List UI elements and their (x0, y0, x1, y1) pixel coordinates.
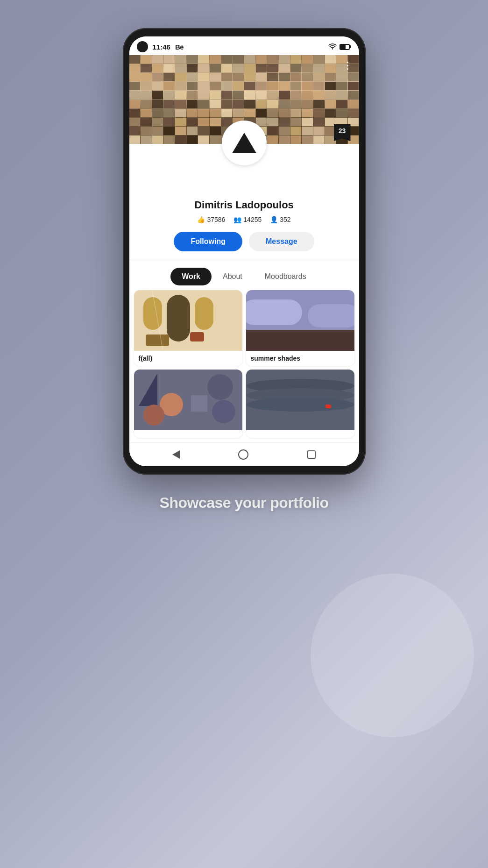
work-label-2: summer shades (246, 351, 354, 366)
avatar-container (222, 121, 267, 165)
work-label-4 (246, 430, 354, 438)
bottom-nav (129, 442, 359, 466)
work-thumbnail-4 (246, 370, 354, 430)
status-time: 11:46 (153, 43, 170, 51)
work-thumbnail-1 (134, 290, 242, 351)
profile-info: Dimitris Ladopoulos 👍 37586 👥 14255 👤 35… (129, 172, 359, 251)
work-card-4[interactable] (246, 370, 354, 438)
phone-shell: 11:46 Bē (123, 28, 366, 475)
avatar-triangle (232, 133, 256, 153)
work-card-1[interactable]: f(all) (134, 290, 242, 366)
profile-section: 23 (129, 144, 359, 172)
work-grid: f(all) summer shades (129, 290, 359, 442)
phone-container: 11:46 Bē (123, 28, 366, 475)
followers-icon: 👥 (233, 216, 241, 223)
following-count: 352 (280, 216, 290, 223)
action-buttons: Following Message (129, 232, 359, 251)
work-label-1: f(all) (134, 351, 242, 366)
phone-screen: 11:46 Bē (129, 36, 359, 466)
nav-back-button[interactable] (172, 450, 180, 459)
tabs-section: Work About Moodboards (129, 260, 359, 290)
more-menu-button[interactable]: ⋮ (343, 60, 353, 71)
showcase-text: Showcase your portfolio (160, 494, 329, 512)
nav-home-button[interactable] (238, 449, 248, 460)
tabs-row: Work About Moodboards (129, 265, 359, 290)
app-name: Bē (175, 43, 184, 51)
stat-likes: 👍 37586 (197, 216, 225, 223)
camera-dot (137, 41, 148, 52)
following-icon: 👤 (270, 216, 278, 223)
likes-count: 37586 (207, 216, 225, 223)
profile-name: Dimitris Ladopoulos (129, 199, 359, 211)
work-card-2[interactable]: summer shades (246, 290, 354, 366)
status-bar: 11:46 Bē (129, 36, 359, 55)
work-label-3 (134, 430, 242, 438)
following-button[interactable]: Following (174, 232, 242, 251)
likes-icon: 👍 (197, 216, 205, 223)
wifi-icon (328, 43, 337, 50)
tab-about[interactable]: About (212, 268, 254, 285)
work-thumbnail-2 (246, 290, 354, 351)
profile-stats: 👍 37586 👥 14255 👤 352 (129, 216, 359, 223)
nav-recents-button[interactable] (307, 450, 316, 459)
work-card-3[interactable] (134, 370, 242, 438)
followers-count: 14255 (243, 216, 262, 223)
battery-icon (339, 44, 350, 50)
tab-moodboards[interactable]: Moodboards (254, 268, 318, 285)
work-thumbnail-3 (134, 370, 242, 430)
message-button[interactable]: Message (249, 232, 314, 251)
stat-followers: 👥 14255 (233, 216, 262, 223)
tab-work[interactable]: Work (170, 268, 212, 285)
stat-following: 👤 352 (270, 216, 290, 223)
